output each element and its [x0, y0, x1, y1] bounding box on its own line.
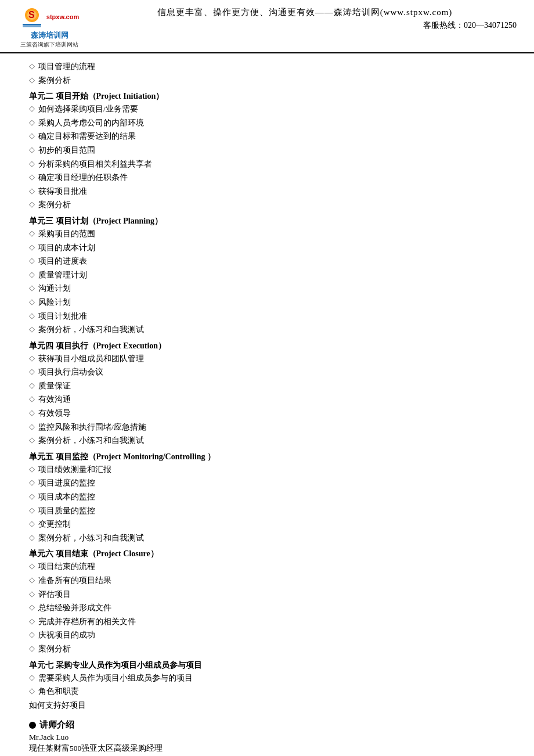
list-item: ◇ 案例分析	[29, 199, 511, 211]
item-text: 初步的项目范围	[38, 144, 95, 157]
instructor-section-title: 讲师介绍	[39, 719, 74, 730]
diamond-icon: ◇	[29, 352, 35, 365]
item-text: 案例分析	[38, 199, 71, 211]
diamond-icon: ◇	[29, 685, 35, 697]
diamond-icon: ◇	[29, 434, 35, 447]
list-item: ◇ 有效领导	[29, 407, 511, 420]
list-item: ◇ 项目质量的监控	[29, 505, 511, 517]
unit4-header: 单元四 项目执行（Project Execution）	[29, 341, 511, 351]
main-content: ◇ 项目管理的流程 ◇ 案例分析 单元二 项目开始（Project Initia…	[0, 53, 534, 756]
list-item: ◇ 初步的项目范围	[29, 144, 511, 157]
item-text: 项目管理的流程	[38, 60, 95, 73]
diamond-icon: ◇	[29, 615, 35, 628]
header-hotline: 客服热线：020—34071250	[423, 20, 522, 31]
site-url: stpxw.com	[46, 13, 79, 20]
diamond-icon: ◇	[29, 144, 35, 156]
diamond-icon: ◇	[29, 255, 35, 267]
diamond-icon: ◇	[29, 463, 35, 476]
list-item: ◇ 如何选择采购项目/业务需要	[29, 103, 511, 116]
item-text: 采购人员考虑公司的内部环境	[38, 117, 144, 129]
list-item: ◇ 需要采购人员作为项目小组成员参与的项目	[29, 672, 511, 685]
diamond-icon: ◇	[29, 185, 35, 197]
list-item: ◇ 变更控制	[29, 518, 511, 531]
item-text: 质量管理计划	[38, 269, 87, 282]
diamond-icon: ◇	[29, 477, 35, 489]
diamond-icon: ◇	[29, 269, 35, 281]
item-text: 风险计划	[38, 296, 71, 309]
instructor-header: 讲师介绍	[29, 719, 511, 730]
diamond-icon: ◇	[29, 505, 35, 517]
list-item: ◇ 案例分析，小练习和自我测试	[29, 434, 511, 447]
diamond-icon: ◇	[29, 602, 35, 614]
item-text: 总结经验并形成文件	[38, 602, 111, 614]
item-text: 案例分析	[38, 74, 71, 87]
list-item: ◇ 案例分析，小练习和自我测试	[29, 323, 511, 336]
unit5-header: 单元五 项目监控（Project Monitoring/Controlling …	[29, 452, 511, 462]
instructor-section: 讲师介绍 Mr.Jack Luo 现任某财富500强亚太区高级采购经理 专业资质…	[29, 719, 511, 756]
item-text: 采购项目的范围	[38, 228, 95, 240]
diamond-icon: ◇	[29, 103, 35, 115]
header-right: 信息更丰富、操作更方便、沟通更有效——森涛培训网(www.stpxw.com) …	[87, 5, 522, 31]
item-text: 如何选择采购项目/业务需要	[38, 103, 138, 116]
item-text: 项目结束的流程	[38, 560, 95, 573]
diamond-icon: ◇	[29, 310, 35, 322]
item-text: 庆祝项目的成功	[38, 629, 95, 642]
diamond-icon: ◇	[29, 574, 35, 586]
list-item: ◇ 采购项目的范围	[29, 228, 511, 240]
item-text: 案例分析，小练习和自我测试	[38, 323, 144, 336]
diamond-icon: ◇	[29, 532, 35, 544]
item-text: 获得项目批准	[38, 185, 87, 198]
svg-rect-3	[23, 24, 41, 26]
svg-rect-4	[23, 26, 41, 27]
diamond-icon: ◇	[29, 199, 35, 211]
item-text: 项目计划批准	[38, 310, 87, 323]
list-item: ◇ 庆祝项目的成功	[29, 629, 511, 642]
svg-text:S: S	[28, 10, 35, 20]
item-text: 项目执行启动会议	[38, 366, 103, 379]
item-text: 确定项目经理的任职条件	[38, 171, 128, 184]
instructor-name: Mr.Jack Luo	[29, 733, 511, 742]
page-header: S stpxw.com 森涛培训网 三策咨询旗下培训网站 信息更丰富、操作更方便…	[0, 0, 534, 53]
diamond-icon: ◇	[29, 393, 35, 405]
item-text: 项目的成本计划	[38, 242, 95, 254]
item-text: 评估项目	[38, 588, 71, 601]
item-text: 质量保证	[38, 380, 71, 393]
list-item: ◇ 风险计划	[29, 296, 511, 309]
list-item: ◇ 总结经验并形成文件	[29, 602, 511, 614]
list-item: ◇ 项目执行启动会议	[29, 366, 511, 379]
diamond-icon: ◇	[29, 672, 35, 684]
list-item: ◇ 沟通计划	[29, 282, 511, 295]
diamond-icon: ◇	[29, 518, 35, 530]
site-subtitle: 三策咨询旗下培训网站	[20, 41, 78, 49]
diamond-icon: ◇	[29, 130, 35, 142]
diamond-icon: ◇	[29, 228, 35, 240]
diamond-icon: ◇	[29, 74, 35, 87]
diamond-icon: ◇	[29, 158, 35, 170]
list-item: ◇ 角色和职责	[29, 685, 511, 698]
list-item: ◇ 项目计划批准	[29, 310, 511, 323]
unit7-header: 单元七 采购专业人员作为项目小组成员参与项目	[29, 660, 511, 671]
bullet-icon	[29, 722, 36, 729]
item-text: 完成并存档所有的相关文件	[38, 615, 136, 628]
item-text: 案例分析	[38, 643, 71, 656]
item-text: 项目的进度表	[38, 255, 87, 268]
list-item: ◇ 项目结束的流程	[29, 560, 511, 573]
diamond-icon: ◇	[29, 643, 35, 655]
diamond-icon: ◇	[29, 588, 35, 600]
diamond-icon: ◇	[29, 117, 35, 129]
diamond-icon: ◇	[29, 366, 35, 378]
list-item: ◇ 项目管理的流程	[29, 60, 511, 73]
list-item: ◇ 获得项目批准	[29, 185, 511, 198]
item-text: 获得项目小组成员和团队管理	[38, 352, 144, 365]
unit6-header: 单元六 项目结束（Project Closure）	[29, 549, 511, 559]
list-item: ◇ 评估项目	[29, 588, 511, 601]
list-item: ◇ 确定目标和需要达到的结果	[29, 130, 511, 143]
item-text: 确定目标和需要达到的结果	[38, 130, 136, 143]
list-item: ◇ 准备所有的项目结果	[29, 574, 511, 587]
list-item: ◇ 案例分析	[29, 643, 511, 656]
item-text: 角色和职责	[38, 685, 79, 698]
item-text: 如何支持好项目	[29, 699, 86, 712]
list-item: ◇ 质量保证	[29, 380, 511, 393]
list-item: ◇ 监控风险和执行围堵/应急措施	[29, 421, 511, 434]
unit2-header: 单元二 项目开始（Project Initiation）	[29, 91, 511, 102]
